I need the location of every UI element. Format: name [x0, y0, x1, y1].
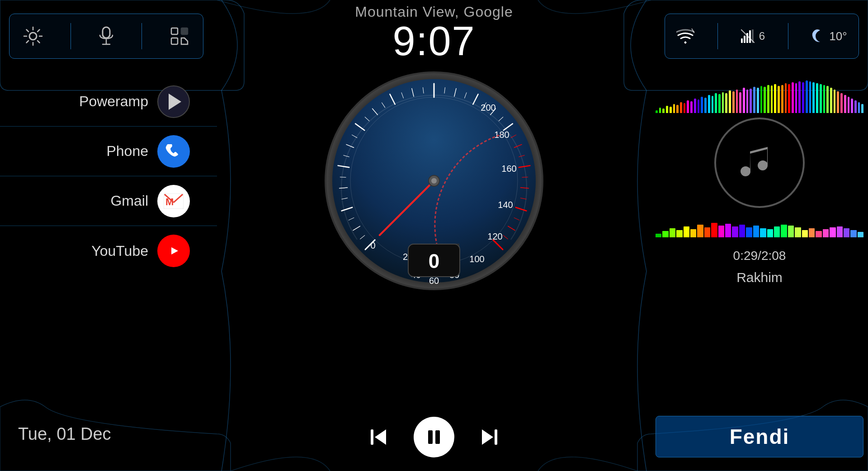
youtube-item[interactable]: YouTube: [0, 226, 217, 276]
temperature: 10°: [829, 29, 847, 43]
signal-icon: 6: [741, 29, 765, 43]
speedometer: 0 20 40 60 80 100 120 140 160 180 200: [321, 68, 547, 294]
svg-text:0: 0: [429, 250, 439, 272]
toolbar-divider2: [142, 23, 142, 50]
svg-rect-4: [171, 28, 178, 34]
music-player: 0:29/2:08 Rakhim: [656, 118, 863, 285]
gmail-item[interactable]: Gmail M: [0, 176, 217, 226]
svg-rect-5: [181, 28, 188, 34]
weather-icon: 10°: [811, 28, 847, 44]
left-panel: Poweramp Phone Gmail: [0, 0, 217, 471]
gmail-icon[interactable]: M: [157, 185, 190, 217]
song-title: Fendi: [730, 424, 790, 449]
microphone-icon[interactable]: [98, 26, 114, 46]
svg-rect-84: [746, 33, 748, 43]
pause-button[interactable]: [414, 417, 454, 457]
track-time: 0:29/2:08: [733, 249, 786, 263]
svg-text:M: M: [165, 196, 174, 207]
time-display: 9:07: [392, 18, 475, 65]
svg-rect-85: [749, 30, 751, 43]
poweramp-icon[interactable]: [157, 85, 190, 118]
poweramp-label: Poweramp: [79, 93, 148, 110]
svg-rect-76: [428, 430, 433, 444]
status-divider2: [788, 23, 788, 50]
status-bar: 6 10°: [665, 14, 859, 59]
top-toolbar: [9, 14, 203, 59]
phone-item[interactable]: Phone: [0, 127, 217, 176]
music-controls: [368, 417, 500, 457]
svg-point-70: [431, 178, 437, 184]
signal-number: 6: [759, 30, 765, 42]
svg-rect-86: [752, 29, 754, 43]
settings-icon[interactable]: [23, 26, 43, 46]
youtube-icon[interactable]: [157, 235, 190, 267]
toolbar-divider: [71, 23, 71, 50]
app-list: Poweramp Phone Gmail: [0, 77, 217, 276]
svg-point-0: [29, 33, 37, 40]
svg-marker-75: [375, 429, 386, 445]
svg-rect-74: [371, 429, 373, 445]
equalizer-main: [656, 77, 863, 113]
svg-line-63: [522, 177, 528, 178]
svg-rect-78: [495, 429, 497, 445]
svg-marker-79: [482, 429, 493, 445]
status-divider1: [717, 23, 718, 50]
svg-line-50: [340, 177, 346, 178]
poweramp-item[interactable]: Poweramp: [0, 77, 217, 127]
phone-label: Phone: [106, 143, 148, 160]
prev-button[interactable]: [368, 426, 391, 448]
phone-icon[interactable]: [157, 135, 190, 168]
svg-text:180: 180: [494, 130, 509, 140]
svg-text:140: 140: [498, 200, 513, 210]
equalizer-small: [656, 219, 863, 237]
artist-name: Rakhim: [736, 270, 783, 285]
svg-rect-6: [171, 38, 178, 44]
svg-text:60: 60: [429, 276, 439, 286]
song-title-box[interactable]: Fendi: [656, 416, 863, 457]
svg-text:160: 160: [501, 164, 516, 174]
date-display: Tue, 01 Dec: [18, 424, 111, 444]
gmail-label: Gmail: [110, 193, 148, 209]
next-button[interactable]: [477, 426, 500, 448]
svg-rect-82: [741, 38, 743, 43]
right-panel: 6 10° 0:29/2:08 Rakhim Fendi: [651, 0, 868, 471]
svg-rect-83: [744, 36, 745, 43]
wifi-icon: [676, 28, 694, 44]
svg-rect-77: [435, 430, 440, 444]
svg-rect-1: [103, 27, 110, 38]
svg-text:120: 120: [487, 231, 502, 241]
center-panel: Mountain View, Google 9:07: [217, 0, 651, 471]
youtube-label: YouTube: [91, 243, 148, 259]
apps-grid-icon[interactable]: [170, 26, 189, 46]
album-art[interactable]: [714, 118, 805, 208]
